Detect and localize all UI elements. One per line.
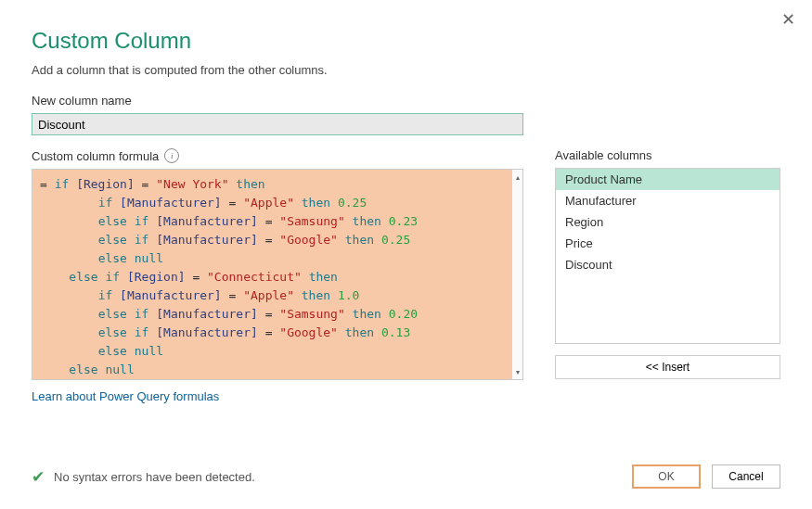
formula-editor[interactable]: = if [Region] = "New York" then if [Manu… — [32, 170, 514, 379]
available-columns-list: Product NameManufacturerRegionPriceDisco… — [555, 168, 780, 344]
formula-editor-wrap: = if [Region] = "New York" then if [Manu… — [32, 169, 523, 380]
checkmark-icon: ✔ — [32, 469, 45, 485]
cancel-button[interactable]: Cancel — [712, 464, 780, 489]
custom-formula-label: Custom column formula — [32, 149, 159, 163]
scroll-down-icon[interactable]: ▾ — [512, 364, 522, 379]
scroll-up-icon[interactable]: ▴ — [512, 170, 522, 185]
dialog-title: Custom Column — [32, 28, 780, 54]
close-icon[interactable]: ✕ — [781, 11, 795, 28]
formula-scrollbar[interactable]: ▴ ▾ — [512, 170, 522, 379]
ok-button[interactable]: OK — [632, 464, 701, 489]
dialog-subtitle: Add a column that is computed from the o… — [32, 63, 780, 77]
available-column-item[interactable]: Region — [556, 211, 780, 233]
available-column-item[interactable]: Discount — [556, 254, 780, 275]
available-column-item[interactable]: Manufacturer — [556, 190, 780, 211]
insert-button[interactable]: << Insert — [555, 355, 780, 379]
new-column-name-label: New column name — [32, 94, 780, 108]
available-columns-label: Available columns — [555, 148, 780, 162]
status-text: No syntax errors have been detected. — [54, 470, 255, 484]
info-icon[interactable]: i — [164, 148, 179, 163]
new-column-name-input[interactable] — [32, 113, 523, 135]
available-column-item[interactable]: Price — [556, 233, 780, 254]
learn-link[interactable]: Learn about Power Query formulas — [32, 389, 219, 403]
custom-column-dialog: ✕ Custom Column Add a column that is com… — [0, 0, 812, 509]
available-column-item[interactable]: Product Name — [556, 169, 780, 190]
